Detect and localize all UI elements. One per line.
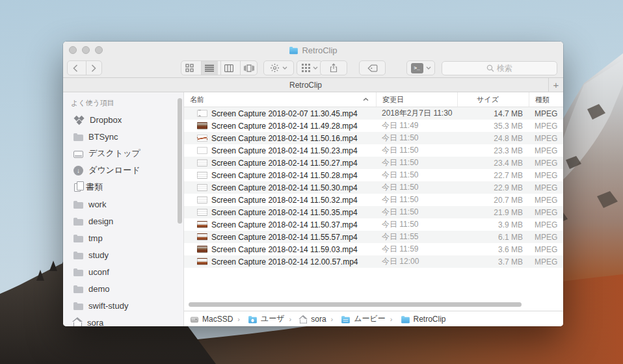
window-title: RetroClip — [63, 42, 563, 58]
file-date: 今日 11:50 — [376, 194, 457, 205]
horizontal-scrollbar[interactable] — [189, 302, 522, 307]
folder-icon — [73, 304, 83, 310]
sidebar-item[interactable]: study — [63, 246, 183, 263]
file-row[interactable]: Screen Capture 2018-02-14 11.55.57.mp4 今… — [184, 231, 563, 243]
breadcrumb-item[interactable]: › ユーザ — [233, 313, 284, 324]
column-header-date[interactable]: 変更日 — [376, 92, 457, 107]
back-button[interactable] — [68, 61, 83, 75]
file-size: 23.4 MB — [457, 159, 529, 168]
video-thumbnail-icon — [197, 147, 207, 154]
column-header-size[interactable]: サイズ — [457, 92, 529, 107]
file-date: 今日 11:50 — [376, 133, 457, 144]
file-row[interactable]: Screen Capture 2018-02-14 11.50.27.mp4 今… — [184, 157, 563, 169]
file-row[interactable]: Screen Capture 2018-02-14 11.49.28.mp4 今… — [184, 120, 563, 132]
chevron-down-icon — [282, 66, 287, 70]
column-header-name[interactable]: 名前 — [184, 92, 376, 107]
file-name: Screen Capture 2018-02-14 11.49.28.mp4 — [211, 122, 376, 131]
sidebar-item-label: uconf — [88, 267, 109, 277]
tab-label: RetroClip — [289, 81, 322, 90]
sidebar-scrollbar[interactable] — [178, 98, 182, 224]
video-thumbnail-icon — [197, 246, 207, 253]
file-row[interactable]: Screen Capture 2018-02-14 11.50.23.mp4 今… — [184, 144, 563, 157]
file-list: Screen Capture 2018-02-07 11.30.45.mp4 2… — [184, 107, 563, 311]
file-row[interactable]: Screen Capture 2018-02-14 11.50.30.mp4 今… — [184, 181, 563, 194]
new-tab-button[interactable]: + — [548, 78, 563, 92]
file-kind: MPEG — [529, 220, 563, 229]
video-thumbnail-icon — [197, 159, 207, 166]
file-size: 35.3 MB — [457, 122, 529, 131]
tag-button[interactable] — [359, 60, 386, 75]
search-input[interactable]: 検索 — [442, 61, 557, 75]
sort-asc-icon — [363, 98, 369, 101]
sidebar-item[interactable]: tmp — [63, 229, 183, 246]
file-date: 今日 11:49 — [376, 120, 457, 131]
icon-view-button[interactable] — [181, 61, 198, 75]
chevron-left-icon — [73, 64, 78, 72]
file-date: 今日 11:59 — [376, 244, 457, 255]
file-date: 今日 11:55 — [376, 231, 457, 242]
group-menu-button[interactable] — [297, 60, 323, 75]
home-icon — [73, 322, 82, 326]
sidebar-item[interactable]: デスクトップ — [63, 145, 183, 162]
column-header-kind[interactable]: 種類 — [529, 92, 563, 107]
view-mode-control — [181, 60, 258, 75]
drive-icon — [191, 317, 198, 323]
action-menu-button[interactable] — [263, 60, 294, 75]
sidebar-item[interactable]: ダウンロード — [63, 162, 183, 179]
sidebar-item[interactable]: Dropbox — [63, 111, 183, 128]
file-name: Screen Capture 2018-02-14 11.50.35.mp4 — [211, 208, 376, 217]
file-name: Screen Capture 2018-02-14 11.50.27.mp4 — [211, 159, 376, 168]
sidebar-item[interactable]: sora — [63, 314, 183, 326]
titlebar[interactable]: RetroClip — [63, 42, 563, 58]
column-headers: 名前 変更日 サイズ 種類 — [184, 92, 563, 107]
sidebar-item[interactable]: design — [63, 213, 183, 229]
documents-icon — [74, 183, 81, 192]
file-row[interactable]: Screen Capture 2018-02-14 11.50.16.mp4 今… — [184, 132, 563, 144]
sidebar-item[interactable]: swift-study — [63, 297, 183, 314]
file-date: 今日 11:50 — [376, 145, 457, 156]
folder-icon — [73, 287, 83, 293]
chevron-right-icon — [91, 64, 96, 72]
breadcrumb-item[interactable]: › RetroClip — [386, 315, 446, 324]
path-bar: MacSSD › ユーザ › sora — [184, 311, 563, 326]
terminal-menu-button[interactable]: >_ — [406, 60, 435, 75]
forward-button[interactable] — [86, 61, 101, 75]
file-size: 3.7 MB — [457, 257, 529, 266]
file-kind: MPEG — [529, 109, 563, 118]
file-size: 14.7 MB — [457, 109, 529, 118]
sidebar-item[interactable]: demo — [63, 280, 183, 297]
sidebar-item[interactable]: 書類 — [63, 179, 183, 196]
coverflow-view-button[interactable] — [240, 61, 257, 75]
sidebar-item[interactable]: work — [63, 196, 183, 213]
file-row[interactable]: Screen Capture 2018-02-07 11.30.45.mp4 2… — [184, 107, 563, 120]
tab-retroclip[interactable]: RetroClip — [63, 78, 548, 92]
file-kind: MPEG — [529, 171, 563, 180]
blue-folder-icon — [401, 317, 410, 322]
group-grid-icon — [302, 64, 310, 72]
list-view-button[interactable] — [201, 61, 218, 75]
breadcrumb-item[interactable]: › ムービー — [326, 313, 386, 324]
file-date: 今日 11:50 — [376, 157, 457, 168]
desktop-icon — [73, 151, 83, 158]
search-icon — [486, 64, 494, 72]
home-icon — [300, 319, 307, 323]
share-button[interactable] — [320, 60, 347, 75]
sidebar-item[interactable]: BTSync — [63, 128, 183, 145]
window-content: よく使う項目 Dropbox BTSync — [63, 92, 563, 326]
sidebar-item-label: swift-study — [88, 301, 128, 311]
file-kind: MPEG — [529, 257, 563, 266]
file-kind: MPEG — [529, 146, 563, 155]
file-row[interactable]: Screen Capture 2018-02-14 11.59.03.mp4 今… — [184, 243, 563, 255]
file-row[interactable]: Screen Capture 2018-02-14 11.50.35.mp4 今… — [184, 206, 563, 218]
sidebar-item[interactable]: uconf — [63, 263, 183, 280]
file-row[interactable]: Screen Capture 2018-02-14 12.00.57.mp4 今… — [184, 255, 563, 268]
breadcrumb-item[interactable]: › sora — [285, 315, 326, 324]
file-row[interactable]: Screen Capture 2018-02-14 11.50.32.mp4 今… — [184, 194, 563, 206]
nav-buttons — [67, 60, 102, 75]
file-name: Screen Capture 2018-02-14 11.55.57.mp4 — [211, 233, 376, 242]
file-row[interactable]: Screen Capture 2018-02-14 11.50.37.mp4 今… — [184, 218, 563, 231]
breadcrumb-item[interactable]: MacSSD — [190, 315, 233, 324]
blue-folder-icon — [290, 48, 298, 54]
column-view-button[interactable] — [220, 61, 237, 75]
file-row[interactable]: Screen Capture 2018-02-14 11.50.28.mp4 今… — [184, 169, 563, 181]
